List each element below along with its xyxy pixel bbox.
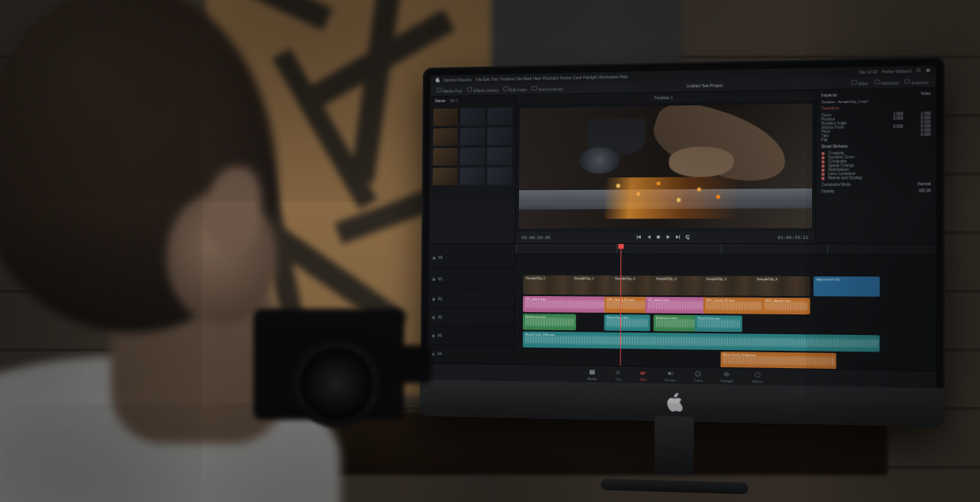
inspector-section-transform[interactable]: Transform: [822, 105, 931, 110]
timeline-clip[interactable]: MusicTrack_Sting.wav: [720, 352, 836, 370]
svg-rect-14: [433, 299, 435, 301]
track[interactable]: [515, 253, 936, 276]
toolbar-button[interactable]: Mixer: [851, 79, 868, 86]
media-thumb[interactable]: [487, 127, 513, 146]
app-menus[interactable]: File Edit Trim Timeline Clip Mark View P…: [476, 74, 628, 82]
track-header[interactable]: A2: [429, 308, 514, 327]
inspector-tab[interactable]: Video: [921, 92, 931, 96]
svg-rect-19: [641, 371, 646, 372]
media-thumb[interactable]: [487, 167, 513, 184]
timecode-left: 01:00:20:05: [522, 235, 551, 240]
timeline-clip[interactable]: Adjustment Clip: [814, 276, 879, 297]
page-tab-media[interactable]: Media: [587, 368, 597, 381]
prev-clip-icon[interactable]: [635, 234, 641, 241]
svg-point-23: [696, 371, 700, 376]
svg-rect-20: [641, 373, 645, 374]
svg-rect-11: [657, 236, 660, 239]
timeline-clip[interactable]: SFX_Grind_01.wav: [604, 297, 650, 314]
timeline-clip[interactable]: SFX_Grind_02.wav: [704, 297, 768, 314]
timeline-clip[interactable]: Ambience.wav: [523, 314, 576, 330]
timeline-clip[interactable]: SampleClip_5: [704, 276, 759, 295]
media-thumbnails[interactable]: [429, 105, 516, 243]
timeline-clip[interactable]: SampleClip_4: [654, 276, 708, 295]
svg-rect-5: [467, 88, 472, 92]
camera-lens: [301, 348, 372, 420]
track-header[interactable]: V1: [429, 268, 514, 291]
toolbar-button[interactable]: Inspector: [904, 78, 929, 86]
toolbar-button[interactable]: Metadata: [874, 78, 899, 86]
timeline-clip[interactable]: SampleClip_1: [523, 276, 576, 295]
svg-rect-3: [926, 70, 930, 71]
timeline-clip[interactable]: SampleClip_6: [754, 276, 810, 296]
apple-menu-icon[interactable]: [435, 77, 440, 83]
media-thumb[interactable]: [460, 147, 486, 165]
track-header[interactable]: V2: [429, 247, 514, 268]
svg-rect-8: [852, 81, 856, 85]
timeline-clip[interactable]: SampleClip_3: [612, 276, 658, 295]
track-header[interactable]: A3: [429, 326, 514, 345]
page-tab-color[interactable]: Color: [694, 370, 703, 382]
svg-rect-16: [433, 335, 435, 337]
page-tab-fairlight[interactable]: Fairlight: [721, 370, 734, 382]
search-icon[interactable]: [916, 67, 921, 74]
composite-mode-value[interactable]: Normal: [906, 182, 931, 186]
svg-rect-18: [589, 370, 595, 375]
media-thumb[interactable]: [487, 108, 513, 126]
svg-rect-2: [926, 69, 930, 70]
media-thumb[interactable]: [487, 147, 513, 165]
timeline-clip[interactable]: SampleClip_2: [572, 276, 618, 295]
media-pool-tab[interactable]: Bin 1: [450, 99, 458, 103]
inspector-section[interactable]: Retime and Scaling: [822, 175, 931, 180]
viewer-column: Timeline 1 01:00:20:05: [516, 90, 816, 243]
timeline-clip[interactable]: RoomTone.wav: [695, 315, 742, 332]
opacity-value[interactable]: 100.00: [906, 188, 931, 192]
svg-rect-7: [532, 86, 537, 90]
stop-icon[interactable]: [655, 234, 661, 241]
page-tab-deliver[interactable]: Deliver: [752, 371, 763, 383]
page-tab-cut[interactable]: Cut: [615, 368, 622, 381]
media-thumb[interactable]: [433, 108, 458, 126]
workspace: Master Bin 1 Timeline 1: [429, 88, 936, 243]
play-backward-icon[interactable]: [646, 234, 651, 241]
media-thumb[interactable]: [460, 108, 486, 126]
viewer-clip-name: Timeline - SampleClip_1.mp4: [822, 98, 931, 104]
next-clip-icon[interactable]: [675, 234, 681, 241]
media-thumb[interactable]: [433, 168, 457, 185]
inspector-smart-reframe[interactable]: Smart Reframe: [822, 143, 931, 149]
media-pool-tab[interactable]: Master: [435, 99, 445, 103]
play-icon[interactable]: [665, 234, 670, 241]
inspector-panel: Inspector Video Timeline - SampleClip_1.…: [815, 88, 936, 243]
apple-logo-icon: [666, 393, 683, 413]
toolbar-button[interactable]: Edit Index: [503, 86, 527, 93]
track[interactable]: SampleClip_1SampleClip_2SampleClip_3Samp…: [515, 274, 936, 298]
project-title: Untitled Test Project: [570, 81, 845, 91]
timeline-clip[interactable]: SFX_Sparks.wav: [763, 298, 810, 314]
menubar-user: Parker Walbeck: [882, 68, 912, 74]
photo-scene: DaVinci Resolve File Edit Trim Timeline …: [0, 0, 980, 502]
timeline-clip[interactable]: VO_take2.wav: [645, 297, 708, 314]
app-name[interactable]: DaVinci Resolve: [444, 77, 472, 82]
media-thumb[interactable]: [433, 148, 457, 165]
program-viewer[interactable]: [519, 104, 812, 229]
page-tab-edit[interactable]: Edit: [640, 369, 647, 382]
page-tab-fusion[interactable]: Fusion: [665, 369, 676, 382]
svg-line-1: [920, 71, 921, 73]
transport-bar: 01:00:20:05 01:00:59:12: [516, 231, 815, 243]
toolbar-button[interactable]: Sound Library: [532, 85, 562, 92]
track-header[interactable]: A1: [429, 290, 514, 309]
timeline-clip[interactable]: VO_take1.wav: [523, 296, 609, 313]
media-thumb[interactable]: [433, 128, 458, 146]
loop-icon[interactable]: [684, 234, 690, 241]
timeline-clip[interactable]: RoomTone.wav: [604, 314, 650, 331]
toolbar-button[interactable]: Media Pool: [437, 87, 463, 94]
toolbar-button[interactable]: Effects Library: [467, 86, 498, 93]
control-center-icon[interactable]: [925, 67, 931, 74]
svg-rect-15: [433, 317, 435, 319]
inspector-title: Inspector: [822, 93, 837, 98]
inspector-row[interactable]: Flip: [822, 137, 931, 143]
timeline-tracks[interactable]: SampleClip_1SampleClip_2SampleClip_3Samp…: [515, 244, 936, 371]
media-thumb[interactable]: [460, 127, 486, 145]
track-header[interactable]: A4: [428, 344, 513, 364]
timeline-clip[interactable]: Ambience.wav: [654, 315, 700, 332]
media-thumb[interactable]: [459, 167, 485, 184]
